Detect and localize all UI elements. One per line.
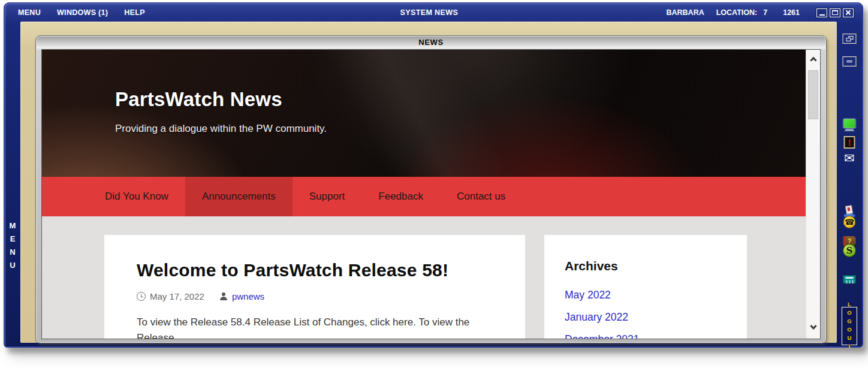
app-window: MENU WINDOWS (1) HELP SYSTEM NEWS BARBAR… bbox=[4, 2, 863, 348]
calculator-tool-button[interactable] bbox=[843, 275, 856, 283]
app-titlebar: MENU WINDOWS (1) HELP SYSTEM NEWS BARBAR… bbox=[5, 4, 862, 22]
maximize-button[interactable] bbox=[830, 8, 840, 17]
chevron-down-icon bbox=[810, 323, 816, 330]
monitor-icon bbox=[843, 119, 856, 128]
site-nav: Did You Know Announcements Support Feedb… bbox=[42, 177, 806, 216]
monitor-tool-button[interactable] bbox=[843, 119, 856, 131]
menubar: MENU WINDOWS (1) HELP bbox=[5, 8, 145, 17]
menu-side-tab-label: MENU bbox=[8, 221, 17, 274]
clock-icon bbox=[137, 292, 146, 301]
user-name: BARBARA bbox=[667, 8, 704, 17]
station-number: 1261 bbox=[783, 8, 800, 17]
news-window: NEWS PartsWatch News Providing a dialogu… bbox=[35, 35, 827, 343]
maximize-icon bbox=[832, 10, 838, 15]
site-title: PartsWatch News bbox=[115, 88, 282, 111]
nav-item-did-you-know[interactable]: Did You Know bbox=[88, 177, 185, 216]
minimize-window-icon bbox=[847, 61, 852, 62]
article-author-link[interactable]: pwnews bbox=[232, 291, 264, 301]
menubar-item-help[interactable]: HELP bbox=[124, 8, 145, 17]
s-logo-icon: S bbox=[846, 246, 853, 255]
phone-icon: ☎ bbox=[845, 218, 854, 226]
scrollbar-thumb[interactable] bbox=[808, 70, 818, 119]
article-body: To view the Release 58.4 Release List of… bbox=[137, 315, 493, 339]
archive-link-december-2021[interactable]: December 2021 bbox=[565, 333, 727, 339]
window-title: SYSTEM NEWS bbox=[400, 8, 458, 17]
left-rail: MENU bbox=[5, 22, 20, 343]
nav-item-announcements[interactable]: Announcements bbox=[185, 177, 293, 216]
archive-link-january-2022[interactable]: January 2022 bbox=[565, 311, 727, 323]
article-meta: May 17, 2022 pwnews bbox=[137, 291, 493, 301]
nav-item-contact-us[interactable]: Contact us bbox=[440, 177, 522, 216]
phone-tool-button[interactable]: ☎ bbox=[843, 216, 856, 228]
minimize-icon bbox=[819, 10, 825, 16]
site-tagline: Providing a dialogue within the PW commu… bbox=[115, 123, 327, 135]
menubar-item-menu[interactable]: MENU bbox=[18, 8, 41, 17]
article-date: May 17, 2022 bbox=[150, 291, 204, 301]
window-controls bbox=[816, 8, 854, 17]
alert-tool-button[interactable]: ! bbox=[844, 136, 855, 149]
titlebar-status: BARBARA LOCATION: 7 1261 bbox=[667, 8, 862, 17]
author-icon bbox=[220, 292, 228, 300]
alert-icon: ! bbox=[848, 138, 851, 147]
location-label: LOCATION: bbox=[716, 8, 758, 17]
close-icon bbox=[845, 10, 851, 16]
archives-heading: Archives bbox=[565, 259, 727, 273]
archive-link-may-2022[interactable]: May 2022 bbox=[565, 289, 727, 301]
site-header-banner: PartsWatch News Providing a dialogue wit… bbox=[42, 50, 806, 177]
s-tool-button[interactable]: S bbox=[843, 244, 856, 257]
scroll-up-button[interactable] bbox=[806, 53, 820, 65]
chevron-up-icon bbox=[810, 57, 816, 64]
scroll-down-button[interactable] bbox=[806, 322, 820, 334]
page-body: Welcome to PartsWatch Release 58! May 17… bbox=[42, 216, 806, 339]
mail-icon: ✉ bbox=[844, 151, 855, 165]
minimize-window-button[interactable] bbox=[843, 56, 857, 67]
restore-window-button[interactable] bbox=[843, 34, 857, 44]
minimize-button[interactable] bbox=[816, 8, 827, 17]
right-rail: ! ✉ ? ☎ S LOGOUT bbox=[837, 22, 862, 343]
news-window-title: NEWS bbox=[36, 36, 826, 49]
mail-tool-button[interactable]: ✉ bbox=[844, 152, 855, 164]
calculator-icon bbox=[846, 277, 854, 279]
menubar-item-windows[interactable]: WINDOWS (1) bbox=[57, 8, 108, 17]
archives-widget: Archives May 2022 January 2022 December … bbox=[544, 235, 747, 339]
nav-item-feedback[interactable]: Feedback bbox=[361, 177, 440, 216]
nav-item-support[interactable]: Support bbox=[293, 177, 362, 216]
help-book-icon: ? bbox=[848, 238, 852, 245]
logout-button-label: LOGOUT bbox=[846, 301, 853, 351]
close-button[interactable] bbox=[843, 8, 854, 17]
webpage: PartsWatch News Providing a dialogue wit… bbox=[42, 50, 806, 339]
article-card: Welcome to PartsWatch Release 58! May 17… bbox=[104, 235, 525, 339]
client-area: NEWS PartsWatch News Providing a dialogu… bbox=[20, 22, 837, 343]
location-value: 7 bbox=[763, 8, 767, 17]
logout-button[interactable]: LOGOUT bbox=[842, 307, 857, 345]
article-title: Welcome to PartsWatch Release 58! bbox=[137, 260, 493, 280]
menu-side-tab[interactable]: MENU bbox=[5, 214, 20, 281]
news-window-content: PartsWatch News Providing a dialogue wit… bbox=[41, 49, 821, 339]
page-scrollbar[interactable] bbox=[806, 50, 820, 339]
